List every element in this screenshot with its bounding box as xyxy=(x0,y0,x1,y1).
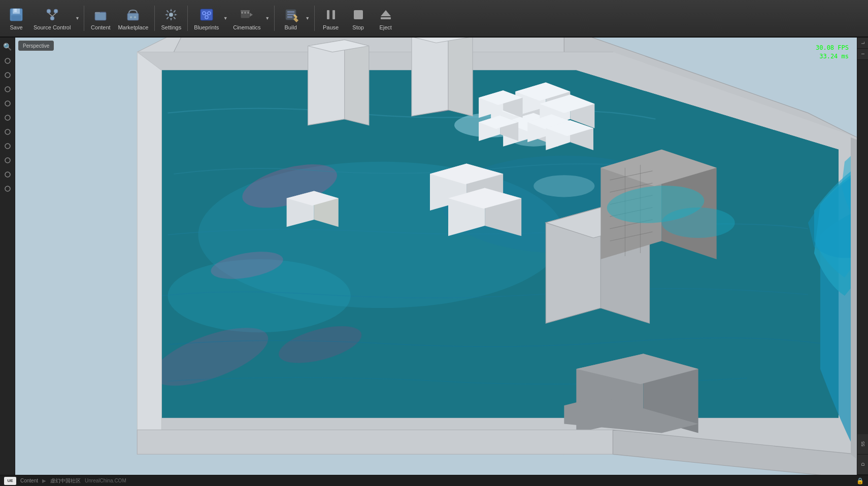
svg-point-43 xyxy=(5,115,10,120)
svg-point-13 xyxy=(134,16,136,18)
main-area: 🔍 xyxy=(0,38,868,475)
svg-point-14 xyxy=(169,13,173,17)
separator-2 xyxy=(154,6,155,31)
lock-icon: 🔒 xyxy=(856,477,864,484)
blueprints-arrow[interactable]: ▼ xyxy=(222,2,229,34)
sidebar-icon-10[interactable] xyxy=(2,183,14,195)
build-arrow[interactable]: ▼ xyxy=(304,2,311,34)
svg-point-26 xyxy=(247,12,249,14)
source-control-button[interactable]: Source Control xyxy=(30,2,74,34)
svg-rect-35 xyxy=(332,10,335,19)
svg-point-42 xyxy=(5,101,10,106)
main-toolbar: Save Source Control ▼ xyxy=(0,0,868,38)
build-icon xyxy=(283,7,299,23)
blueprints-icon xyxy=(198,7,215,23)
separator-5 xyxy=(314,6,315,31)
sidebar-icon-5[interactable] xyxy=(2,112,14,124)
sidebar-search-icon[interactable]: 🔍 xyxy=(2,41,14,53)
sidebar-icon-4[interactable] xyxy=(2,97,14,110)
svg-marker-125 xyxy=(137,52,161,455)
sidebar-icon-1[interactable] xyxy=(2,55,14,67)
sidebar-icon-8[interactable] xyxy=(2,154,14,166)
save-button[interactable]: Save xyxy=(3,2,29,34)
build-button[interactable]: Build xyxy=(278,2,304,34)
svg-point-24 xyxy=(241,12,243,14)
svg-point-39 xyxy=(5,58,10,63)
svg-point-121 xyxy=(662,207,735,238)
stop-button[interactable]: Stop xyxy=(345,2,372,34)
community-label: 虚幻中国社区 xyxy=(50,477,81,484)
svg-rect-3 xyxy=(11,15,21,20)
svg-point-66 xyxy=(533,175,594,197)
separator-1 xyxy=(84,6,84,31)
svg-point-46 xyxy=(5,158,10,163)
fps-value: 30.08 FPS xyxy=(816,44,849,52)
svg-rect-30 xyxy=(287,14,294,15)
sidebar-icon-2[interactable] xyxy=(2,69,14,81)
svg-marker-37 xyxy=(381,10,391,16)
perspective-button[interactable]: Perspective xyxy=(18,41,54,51)
svg-rect-38 xyxy=(381,17,391,19)
sidebar-icon-9[interactable] xyxy=(2,168,14,181)
viewport-toolbar: Perspective xyxy=(18,41,54,51)
svg-point-44 xyxy=(5,129,10,134)
svg-point-5 xyxy=(54,9,58,13)
save-icon xyxy=(8,7,24,23)
svg-point-48 xyxy=(5,186,10,191)
svg-marker-67 xyxy=(308,40,345,125)
settings-icon xyxy=(163,7,179,23)
svg-rect-29 xyxy=(287,11,294,13)
scene: 30.08 FPS 33.24 ms Perspective xyxy=(15,38,857,475)
fps-display: 30.08 FPS 33.24 ms xyxy=(816,44,849,61)
source-control-icon xyxy=(44,7,60,23)
left-sidebar: 🔍 xyxy=(0,38,15,475)
svg-point-25 xyxy=(244,12,246,14)
cinematics-group: Cinematics ▼ xyxy=(230,2,271,34)
content-button[interactable]: Content xyxy=(87,2,114,34)
blueprints-group: Blueprints ▼ xyxy=(191,2,229,34)
right-panel-item-i[interactable]: I xyxy=(857,49,868,60)
svg-rect-34 xyxy=(327,10,329,19)
svg-line-8 xyxy=(52,13,56,16)
right-panel-item-55[interactable]: 55 xyxy=(857,434,868,455)
viewport[interactable]: 30.08 FPS 33.24 ms Perspective xyxy=(15,38,857,475)
right-panel-item-l[interactable]: L xyxy=(857,38,868,49)
svg-marker-68 xyxy=(345,40,369,125)
sidebar-icon-6[interactable] xyxy=(2,126,14,138)
svg-marker-71 xyxy=(448,38,473,116)
svg-marker-70 xyxy=(412,38,448,116)
sidebar-icon-7[interactable] xyxy=(2,140,14,152)
right-panel-item-d[interactable]: D xyxy=(857,455,868,475)
marketplace-icon xyxy=(125,7,141,23)
settings-button[interactable]: Settings xyxy=(158,2,184,34)
svg-line-7 xyxy=(49,13,52,16)
pause-button[interactable]: Pause xyxy=(318,2,344,34)
content-label: Content xyxy=(20,478,38,483)
ms-value: 33.24 ms xyxy=(816,52,849,61)
status-bar: UE Content ▶ 虚幻中国社区 UnrealChina.COM 🔒 xyxy=(0,475,868,486)
svg-rect-31 xyxy=(287,16,292,18)
svg-marker-128 xyxy=(851,137,857,475)
source-control-arrow[interactable]: ▼ xyxy=(74,2,81,34)
cinematics-button[interactable]: Cinematics xyxy=(230,2,263,34)
scene-svg xyxy=(15,38,857,475)
separator-3 xyxy=(187,6,188,31)
separator-4 xyxy=(274,6,275,31)
svg-point-6 xyxy=(50,16,54,20)
cinematics-arrow[interactable]: ▼ xyxy=(264,2,271,34)
eject-button[interactable]: Eject xyxy=(373,2,399,34)
svg-rect-36 xyxy=(354,10,363,19)
svg-rect-11 xyxy=(127,13,139,20)
svg-point-40 xyxy=(5,73,10,78)
blueprints-button[interactable]: Blueprints xyxy=(191,2,222,34)
svg-rect-2 xyxy=(14,9,17,12)
svg-point-41 xyxy=(5,87,10,92)
right-panel-spacer xyxy=(857,60,868,434)
stop-icon xyxy=(350,7,366,23)
ue-logo-area: UE xyxy=(4,477,16,485)
marketplace-button[interactable]: Marketplace xyxy=(115,2,151,34)
svg-rect-27 xyxy=(241,10,250,12)
sidebar-icon-3[interactable] xyxy=(2,83,14,95)
status-right: 🔒 xyxy=(856,477,864,484)
site-label: UnrealChina.COM xyxy=(85,478,126,483)
